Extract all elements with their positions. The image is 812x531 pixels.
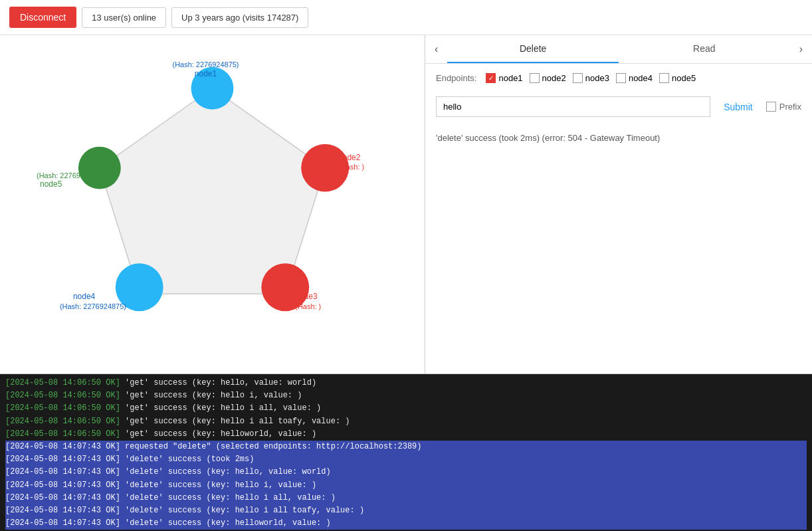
log-line: [2024-05-08 14:06:50 OK] 'get' success (… — [5, 377, 807, 389]
graph-area: node1 (Hash: 2276924875) node2 (Hash: ) … — [0, 35, 425, 373]
svg-text:node3: node3 — [295, 292, 318, 301]
tab-read[interactable]: Read — [619, 35, 790, 63]
svg-text:(Hash: 2276924875): (Hash: 2276924875) — [60, 302, 126, 310]
svg-point-17 — [78, 147, 121, 189]
right-panel: ‹ Delete Read › Endpoints: node1 node2 n… — [425, 35, 812, 373]
endpoint-node3-label: node3 — [585, 73, 609, 83]
tab-nav: ‹ Delete Read › — [425, 35, 812, 64]
prefix-checkbox[interactable] — [766, 102, 776, 112]
endpoints-label: Endpoints: — [436, 73, 476, 83]
endpoint-node2-checkbox[interactable] — [530, 73, 540, 83]
log-line: [2024-05-08 14:07:43 OK] requested "dele… — [5, 441, 807, 453]
key-input[interactable] — [436, 96, 710, 117]
svg-text:(Hash: ): (Hash: ) — [295, 302, 321, 310]
endpoint-node5[interactable]: node5 — [659, 73, 696, 83]
input-row: Submit Prefix — [425, 92, 812, 126]
endpoint-node3[interactable]: node3 — [573, 73, 609, 83]
console-panel[interactable]: [2024-05-08 14:06:50 OK] 'get' success (… — [0, 374, 812, 531]
graph-panel: node1 (Hash: 2276924875) node2 (Hash: ) … — [0, 35, 425, 373]
svg-marker-0 — [100, 88, 325, 294]
svg-text:(Hash: ): (Hash: ) — [338, 163, 364, 171]
tab-next-arrow[interactable]: › — [790, 37, 812, 62]
result-text: 'delete' success (took 2ms) (error: 504 … — [436, 133, 660, 143]
log-line: [2024-05-08 14:07:43 OK] 'delete' succes… — [5, 466, 807, 478]
users-online-badge: 13 user(s) online — [82, 7, 166, 28]
tab-delete[interactable]: Delete — [447, 35, 619, 63]
endpoint-node2-label: node2 — [542, 73, 566, 83]
log-line: [2024-05-08 14:07:43 OK] 'delete' succes… — [5, 492, 807, 504]
prefix-item[interactable]: Prefix — [766, 102, 801, 112]
endpoint-node1-checkbox[interactable] — [486, 73, 496, 83]
endpoint-node1-label: node1 — [498, 73, 522, 83]
svg-text:node2: node2 — [338, 153, 361, 162]
endpoint-node4-label: node4 — [629, 73, 653, 83]
svg-text:(Hash: 2276924875): (Hash: 2276924875) — [37, 171, 103, 179]
svg-text:node4: node4 — [73, 292, 96, 301]
endpoint-node1[interactable]: node1 — [486, 73, 522, 83]
svg-text:(Hash: 2276924875): (Hash: 2276924875) — [173, 60, 239, 68]
log-line: [2024-05-08 14:06:50 OK] 'get' success (… — [5, 402, 807, 415]
network-graph-svg: node1 (Hash: 2276924875) node2 (Hash: ) … — [0, 35, 425, 373]
log-line: [2024-05-08 14:07:43 OK] 'delete' succes… — [5, 453, 807, 466]
log-line: [2024-05-08 14:07:43 OK] 'delete' succes… — [5, 517, 807, 530]
log-line: [2024-05-08 14:07:43 OK] 'delete' succes… — [5, 504, 807, 517]
log-line: [2024-05-08 14:06:50 OK] 'get' success (… — [5, 415, 807, 428]
endpoint-node4-checkbox[interactable] — [616, 73, 626, 83]
endpoint-node5-checkbox[interactable] — [659, 73, 669, 83]
uptime-badge: Up 3 years ago (visits 174287) — [171, 7, 308, 28]
disconnect-button[interactable]: Disconnect — [9, 7, 76, 28]
main-content: node1 (Hash: 2276924875) node2 (Hash: ) … — [0, 35, 812, 374]
log-line: [2024-05-08 14:07:43 OK] 'delete' succes… — [5, 479, 807, 492]
result-area: 'delete' success (took 2ms) (error: 504 … — [425, 126, 812, 150]
endpoints-row: Endpoints: node1 node2 node3 node4 node5 — [425, 64, 812, 92]
top-bar: Disconnect 13 user(s) online Up 3 years … — [0, 0, 812, 35]
svg-text:node5: node5 — [40, 179, 62, 189]
log-line: [2024-05-08 14:06:50 OK] 'get' success (… — [5, 428, 807, 441]
endpoint-node2[interactable]: node2 — [530, 73, 566, 83]
endpoint-node3-checkbox[interactable] — [573, 73, 583, 83]
log-line: [2024-05-08 14:06:50 OK] 'get' success (… — [5, 389, 807, 402]
prefix-label: Prefix — [779, 102, 801, 112]
node1-label: node1 — [195, 69, 217, 78]
endpoint-node5-label: node5 — [672, 73, 696, 83]
endpoint-node4[interactable]: node4 — [616, 73, 653, 83]
tab-prev-arrow[interactable]: ‹ — [425, 37, 447, 62]
submit-button[interactable]: Submit — [718, 99, 758, 115]
